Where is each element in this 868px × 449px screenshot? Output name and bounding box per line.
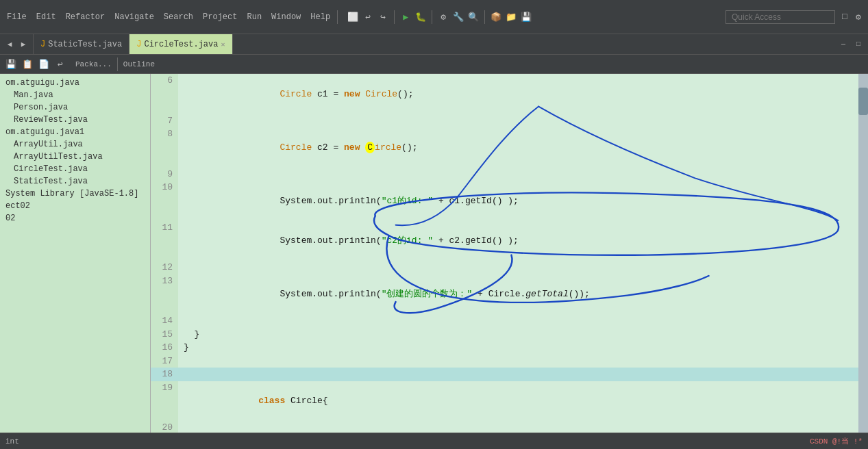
maximize-btn[interactable]: □ <box>838 10 852 24</box>
table-row: 18 <box>151 368 858 381</box>
main-toolbar: File Edit Refactor Navigate Search Proje… <box>0 0 868 34</box>
line-code[interactable]: Circle c1 = new Circle(); <box>178 74 858 114</box>
toolbar-debug[interactable]: 🐛 <box>414 10 427 24</box>
editor-content[interactable]: 6 Circle c1 = new Circle(); 7 8 <box>151 74 858 449</box>
status-bar: int CSDN @!当 !* <box>0 433 868 449</box>
kw-circle2: Circle <box>365 89 397 99</box>
minimize-editor-btn[interactable]: — <box>836 38 850 51</box>
line-code[interactable] <box>178 314 858 328</box>
table-row: 9 <box>151 168 858 181</box>
menu-project[interactable]: Project <box>199 11 241 23</box>
line-number: 6 <box>151 74 178 114</box>
line-number: 13 <box>151 274 178 315</box>
sidebar-item-man[interactable]: Man.java <box>0 89 150 101</box>
tab-circletest-label: CircleTest.java <box>144 40 218 49</box>
maximize-editor-btn[interactable]: □ <box>852 38 865 51</box>
sidebar-item-circletest[interactable]: CircleTest.java <box>0 163 150 175</box>
menu-refactor[interactable]: Refactor <box>62 11 110 23</box>
toolbar-run[interactable]: ▶ <box>399 10 412 24</box>
table-row: 7 <box>151 114 858 128</box>
panel-tab-outline[interactable]: Outline <box>123 60 155 68</box>
tab-circletest-close[interactable]: ✕ <box>221 40 225 49</box>
line-code[interactable] <box>178 168 858 181</box>
line-number: 9 <box>151 168 178 181</box>
line-code[interactable] <box>178 355 858 368</box>
sidebar-item-arrayutiltest[interactable]: ArrayUtilTest.java <box>0 151 150 163</box>
tab-circletest[interactable]: J CircleTest.java ✕ <box>129 34 232 54</box>
menu-search[interactable]: Search <box>160 11 197 23</box>
line-number: 14 <box>151 314 178 328</box>
line-number: 12 <box>151 261 178 274</box>
toolbar-icon-1[interactable]: ⬜ <box>346 10 360 24</box>
quick-access-input[interactable] <box>726 10 835 24</box>
toolbar-icon-2[interactable]: ↩ <box>361 10 375 24</box>
kw-new2: new <box>344 142 360 153</box>
line-code[interactable]: Circle c2 = new Circle(); <box>178 127 858 168</box>
sidebar: om.atguigu.java Man.java Person.java Rev… <box>0 74 151 449</box>
table-row: 16 } <box>151 341 858 355</box>
toolbar-icon-4[interactable]: ⚙ <box>436 10 450 24</box>
menu-run[interactable]: Run <box>243 11 266 23</box>
menu-window[interactable]: Window <box>267 11 305 23</box>
save-icon[interactable]: 💾 <box>4 57 18 71</box>
toolbar-icons: ⬜ ↩ ↪ ▶ 🐛 ⚙ 🔧 🔍 📦 📁 💾 <box>346 10 533 24</box>
sep-panel <box>117 57 118 71</box>
toolbar-icon-5[interactable]: 🔧 <box>451 10 465 24</box>
panel-tab-package[interactable]: Packa... <box>75 60 112 68</box>
line-number: 19 <box>151 381 178 422</box>
sidebar-item-arrayutil[interactable]: ArrayUtil.java <box>0 138 150 151</box>
line-code[interactable]: } <box>178 328 858 342</box>
kw-circle: Circle <box>280 89 312 99</box>
line-code[interactable] <box>178 368 858 381</box>
sidebar-item-atguigu-java1[interactable]: om.atguigu.java1 <box>0 126 150 138</box>
toolbar-icon-8[interactable]: 📁 <box>504 10 518 24</box>
watermark: CSDN @!当 !* <box>810 436 863 446</box>
line-number: 8 <box>151 127 178 168</box>
menu-file[interactable]: File <box>3 11 31 23</box>
scroll-thumb[interactable] <box>858 88 868 115</box>
settings-icon[interactable]: ⚙ <box>852 10 865 24</box>
table-row: 6 Circle c1 = new Circle(); <box>151 74 858 114</box>
toolbar-icon-3[interactable]: ↪ <box>376 10 390 24</box>
sidebar-item-statictest[interactable]: StaticTest.java <box>0 175 150 188</box>
menu-navigate[interactable]: Navigate <box>110 11 158 23</box>
tab-statictest[interactable]: J StaticTest.java <box>34 34 129 54</box>
sidebar-item-systemlib[interactable]: System Library [JavaSE-1.8] <box>0 188 150 200</box>
table-row: 14 <box>151 314 858 328</box>
second-toolbar: 💾 📋 📄 ↩ Packa... Outline <box>0 55 868 74</box>
menu-edit[interactable]: Edit <box>32 11 60 23</box>
kw-new: new <box>344 89 360 99</box>
line-code[interactable]: System.out.println("c1的id: " + c1.getId(… <box>178 181 858 221</box>
sidebar-item-person[interactable]: Person.java <box>0 101 150 114</box>
sidebar-item-reviewtest[interactable]: ReviewTest.java <box>0 114 150 126</box>
sidebar-item-ect02[interactable]: ect02 <box>0 200 150 212</box>
line-code[interactable]: System.out.println("c2的id: " + c2.getId(… <box>178 221 858 261</box>
collapse-icon[interactable]: ◀ <box>3 38 16 51</box>
table-row: 15 } <box>151 328 858 342</box>
undo-icon[interactable]: ↩ <box>53 57 67 71</box>
line-number: 15 <box>151 328 178 342</box>
str-c1id: "c1的id: " <box>382 196 433 206</box>
line-code[interactable]: class Circle{ <box>178 381 858 422</box>
str-total: "创建的圆的个数为：" <box>382 289 473 299</box>
toolbar-icon-6[interactable]: 🔍 <box>467 10 480 24</box>
sidebar-item-02[interactable]: 02 <box>0 212 150 224</box>
copy-icon[interactable]: 📋 <box>21 57 34 71</box>
editor-scrollbar[interactable] <box>858 74 868 449</box>
line-code[interactable]: } <box>178 341 858 355</box>
expand-icon[interactable]: ▶ <box>16 38 30 51</box>
status-int: int <box>5 437 19 446</box>
menu-help[interactable]: Help <box>306 11 334 23</box>
line-code[interactable]: System.out.println("创建的圆的个数为：" + Circle.… <box>178 274 858 315</box>
line-code[interactable] <box>178 114 858 128</box>
tab-circletest-icon: J <box>136 40 141 49</box>
line-code[interactable] <box>178 261 858 274</box>
sidebar-item-atguigu-java[interactable]: om.atguigu.java <box>0 77 150 89</box>
tab-bar: ◀ ▶ J StaticTest.java J CircleTest.java … <box>0 34 868 55</box>
paste-icon[interactable]: 📄 <box>37 57 51 71</box>
editor-area: 6 Circle c1 = new Circle(); 7 8 <box>151 74 868 449</box>
toolbar-icon-9[interactable]: 💾 <box>519 10 533 24</box>
table-row: 13 System.out.println("创建的圆的个数为：" + Circ… <box>151 274 858 315</box>
main-layout: om.atguigu.java Man.java Person.java Rev… <box>0 74 868 449</box>
toolbar-icon-7[interactable]: 📦 <box>489 10 503 24</box>
